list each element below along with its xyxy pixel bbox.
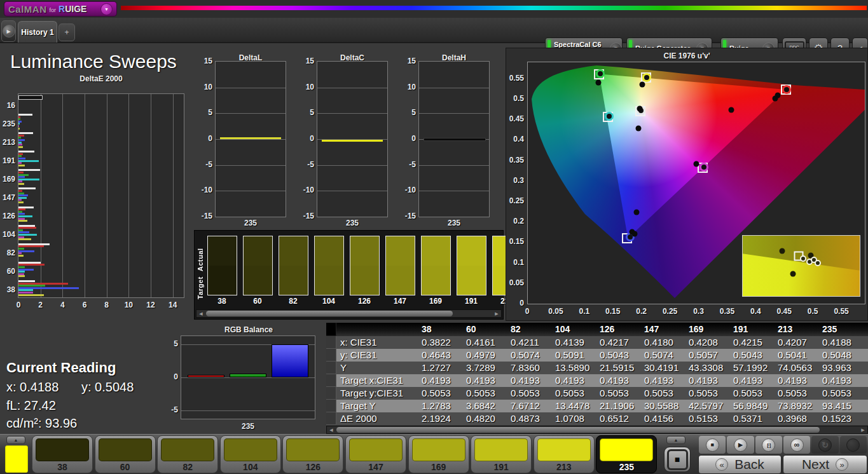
deltae-bar: [18, 271, 25, 273]
table-header-cell: 147: [642, 323, 686, 336]
cie-point-dot: [633, 210, 639, 215]
calman-window: CalMAN for R UIGE ▼ ▶ History 1 + Spectr…: [0, 0, 868, 474]
table-cell: 0.4193: [464, 374, 508, 387]
tab-scroll-icon: ▶: [3, 25, 15, 37]
axis-tick-label: 5: [208, 108, 212, 117]
deltae-bar: [18, 132, 33, 134]
scroll-right-icon[interactable]: ▶: [492, 310, 501, 317]
table-cell: 74.0563: [775, 362, 820, 374]
rgb-y-axis: 50-5: [164, 335, 179, 419]
scroll-left-icon[interactable]: ◀: [327, 426, 336, 433]
pattern-button-213[interactable]: 213: [534, 435, 595, 473]
deltae-bar: [18, 262, 41, 264]
deltae-bar: [18, 193, 24, 194]
deltal-y-axis: 151050-5-10-15: [197, 61, 214, 217]
axis-tick-label: 0: [310, 134, 314, 143]
calman-logo-menu[interactable]: CalMAN for R UIGE ▼: [4, 1, 117, 17]
tab-scroll-button[interactable]: ▶: [1, 20, 16, 42]
table-cell: 2.1924: [419, 412, 464, 425]
pattern-button-147[interactable]: 147: [345, 435, 406, 473]
rgb-balance-plot: [181, 335, 315, 419]
sweep-swatch-label: 169: [429, 297, 442, 306]
next-button[interactable]: Next »: [783, 455, 867, 474]
pattern-label: 60: [95, 462, 155, 472]
scroll-right-icon[interactable]: ▶: [858, 426, 867, 433]
deltae-bar: [18, 275, 25, 277]
deltae-bar: [18, 201, 24, 203]
sweep-swatch-actual: [208, 236, 237, 266]
play-icon: ▶: [734, 438, 747, 452]
table-scrollbar-thumb[interactable]: [336, 427, 820, 433]
table-cell: 1.2783: [419, 400, 464, 412]
pattern-swatch: [224, 438, 277, 461]
infinity-icon: ∞: [790, 438, 804, 452]
deltae-bar: [18, 172, 24, 173]
current-swatch-expand-button[interactable]: ▲: [6, 436, 25, 444]
rgb-bar-red: [188, 375, 224, 377]
table-header-row: 386082104126147169191213235: [326, 323, 868, 336]
strip-scrollbar[interactable]: ◀ ▶: [196, 309, 502, 318]
deltae-bar: [18, 160, 39, 162]
current-pattern-swatch[interactable]: [5, 445, 28, 473]
pattern-button-38[interactable]: 38: [32, 435, 93, 473]
deltae-bar: [18, 151, 34, 152]
strip-scrollbar-thumb[interactable]: [206, 311, 453, 316]
actual-label: Actual: [196, 240, 205, 271]
axis-tick-label: 0: [17, 301, 21, 309]
logo-dropdown-icon[interactable]: ▼: [100, 3, 113, 15]
deltae-bar: [18, 128, 20, 130]
table-cell: 0.4139: [553, 336, 597, 349]
stop-button[interactable]: ■: [699, 436, 726, 454]
scroll-left-icon[interactable]: ◀: [196, 310, 205, 317]
table-cell: 0.4193: [686, 374, 731, 387]
table-header-label: [336, 323, 419, 336]
back-button[interactable]: « Back: [698, 455, 782, 474]
table-cell: 0.6512: [597, 412, 642, 425]
pattern-window-button[interactable]: ■: [664, 447, 691, 472]
record-button[interactable]: [840, 436, 867, 454]
refresh-icon: ↻: [818, 438, 832, 452]
pattern-button-104[interactable]: 104: [220, 435, 281, 473]
tab-history-1[interactable]: History 1: [18, 21, 57, 43]
pattern-options-expand-button[interactable]: ▲: [666, 436, 685, 444]
table-scrollbar[interactable]: ◀ ▶: [326, 426, 868, 434]
deltae-bar: [18, 264, 45, 266]
table-row: Y1.27273.72897.836013.589021.591530.4191…: [326, 362, 868, 374]
table-cell: 43.3308: [686, 362, 731, 374]
deltae-bar: [18, 179, 39, 180]
gridline: [181, 377, 315, 378]
table-cell: 21.1906: [597, 400, 642, 412]
pattern-button-191[interactable]: 191: [471, 435, 532, 473]
axis-tick-label: 0: [525, 307, 530, 316]
add-tab-button[interactable]: +: [59, 24, 75, 41]
pattern-button-169[interactable]: 169: [408, 435, 469, 473]
deltae-bar: [18, 273, 24, 275]
deltae-bar: [18, 215, 32, 217]
continuous-measure-button[interactable]: ∞: [783, 436, 810, 454]
pattern-button-60[interactable]: 60: [95, 435, 156, 473]
single-measure-button[interactable]: [·]: [755, 436, 782, 454]
axis-tick-label: -15: [303, 212, 314, 220]
pattern-button-126[interactable]: 126: [282, 435, 343, 473]
axis-tick-label: 0: [411, 134, 416, 143]
cie-point-dot: [639, 81, 645, 87]
actual-target-strip: Actual Target 38608210412614716919121323…: [194, 230, 504, 320]
table-cell: 0.4188: [820, 336, 864, 349]
gridline: [128, 94, 129, 297]
refresh-button[interactable]: ↻: [811, 436, 838, 454]
cie-chart-title: CIE 1976 u'v': [663, 51, 710, 60]
pattern-label: 147: [346, 462, 406, 472]
pattern-button-235[interactable]: 235: [596, 435, 657, 473]
gridline: [419, 113, 489, 114]
axis-tick-label: -5: [409, 160, 416, 169]
cie-point-ring: [699, 163, 708, 172]
single-measure-icon: [·]: [762, 438, 775, 452]
deltae-bar: [18, 245, 44, 247]
pattern-button-82[interactable]: 82: [157, 435, 218, 473]
table-cell: 0.5091: [553, 349, 597, 362]
play-button[interactable]: ▶: [727, 436, 754, 454]
gridline: [41, 94, 41, 297]
table-cell: 0.5074: [642, 349, 686, 362]
deltae-bar: [18, 114, 32, 116]
axis-tick-label: 213: [3, 138, 15, 147]
